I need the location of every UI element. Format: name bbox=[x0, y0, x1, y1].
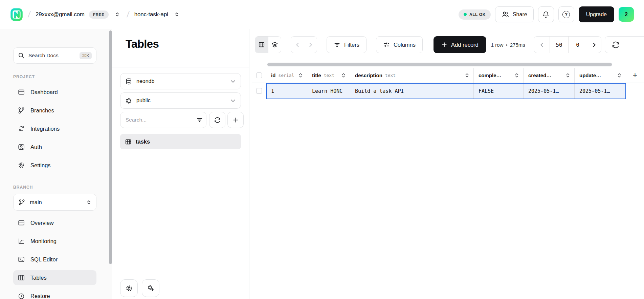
git-branch-icon bbox=[18, 107, 25, 114]
refresh-tables-button[interactable] bbox=[209, 112, 225, 128]
cell-title[interactable]: Learn HONC bbox=[307, 83, 350, 99]
column-header-created-at[interactable]: created… bbox=[524, 68, 575, 83]
share-button[interactable]: Share bbox=[495, 6, 534, 22]
forward-button[interactable] bbox=[304, 37, 317, 53]
window-icon bbox=[18, 88, 25, 96]
chevron-down-icon bbox=[230, 79, 236, 84]
select-all-checkbox[interactable] bbox=[256, 72, 262, 78]
column-header-updated-at[interactable]: update… bbox=[575, 68, 626, 83]
project-selector-chevron-icon[interactable] bbox=[173, 9, 181, 20]
sidebar-item-label: Dashboard bbox=[30, 89, 58, 95]
keyboard-shortcut-badge: ⌘K bbox=[80, 52, 92, 59]
table-icon bbox=[125, 138, 132, 145]
breadcrumb-project[interactable]: honc-task-api bbox=[134, 11, 168, 18]
sidebar-item-sql-editor[interactable]: SQL Editor bbox=[13, 252, 96, 267]
sidebar-item-dashboard[interactable]: Dashboard bbox=[13, 85, 96, 100]
page-prev-button[interactable] bbox=[534, 37, 550, 53]
sidebar-item-monitoring[interactable]: Monitoring bbox=[13, 234, 96, 249]
sidebar-item-tables[interactable]: Tables bbox=[13, 270, 96, 285]
column-name: update… bbox=[579, 72, 601, 78]
sidebar-item-restore[interactable]: Restore bbox=[13, 289, 96, 299]
cell-id[interactable]: 1 bbox=[266, 83, 307, 99]
search-icon bbox=[18, 52, 25, 59]
schema-icon bbox=[125, 97, 132, 104]
sort-icon[interactable] bbox=[565, 73, 571, 78]
layers-view-button[interactable] bbox=[268, 37, 281, 53]
add-table-button[interactable] bbox=[227, 112, 244, 128]
schema-selector-value: public bbox=[136, 98, 151, 104]
cell-created-at[interactable]: 2025-05-1… bbox=[524, 83, 575, 99]
page-offset-field[interactable]: 0 bbox=[568, 37, 587, 53]
gear-icon bbox=[125, 284, 133, 292]
share-label: Share bbox=[513, 12, 527, 18]
cell-completed[interactable]: FALSE bbox=[474, 83, 524, 99]
help-button[interactable]: ? bbox=[558, 6, 574, 22]
sidebar-item-label: Settings bbox=[30, 162, 51, 169]
schema-selector[interactable]: public bbox=[120, 92, 241, 109]
status-dot-icon bbox=[464, 13, 467, 16]
table-list-item-tasks[interactable]: tasks bbox=[120, 134, 241, 149]
cell-updated-at[interactable]: 2025-05-1… bbox=[575, 83, 626, 99]
table-search-input[interactable] bbox=[120, 112, 206, 128]
chevron-right-icon bbox=[591, 42, 597, 48]
columns-button[interactable]: Columns bbox=[376, 36, 423, 53]
top-bar: / 29xxxx@gmail.com FREE / honc-task-api … bbox=[0, 0, 644, 29]
tables-panel: Tables neondb public tasks bbox=[112, 29, 249, 299]
horizontal-scrollbar[interactable] bbox=[267, 63, 612, 66]
sidebar-item-integrations[interactable]: Integrations bbox=[13, 121, 96, 136]
page-next-button[interactable] bbox=[587, 37, 601, 53]
sidebar-item-overview[interactable]: Overview bbox=[13, 215, 96, 230]
chevron-down-icon bbox=[230, 98, 236, 104]
sort-icon[interactable] bbox=[298, 73, 303, 78]
sidebar-item-label: SQL Editor bbox=[30, 256, 58, 263]
layers-icon bbox=[271, 41, 278, 48]
column-type: text bbox=[385, 73, 396, 78]
filter-icon[interactable] bbox=[196, 116, 203, 123]
status-badge[interactable]: ALL OK bbox=[459, 9, 491, 20]
sidebar-scrollbar[interactable] bbox=[109, 30, 112, 264]
select-all-cell bbox=[252, 68, 266, 83]
sidebar-item-settings[interactable]: Settings bbox=[13, 158, 96, 173]
header-actions: ALL OK Share ? Upgrade 2 bbox=[459, 6, 634, 22]
account-selector-chevron-icon[interactable] bbox=[113, 9, 122, 20]
branch-selector-value: main bbox=[30, 199, 42, 206]
breadcrumb-account[interactable]: 29xxxx@gmail.com bbox=[36, 11, 85, 18]
row-checkbox[interactable] bbox=[256, 88, 262, 94]
page-size-field[interactable]: 50 bbox=[550, 37, 568, 53]
upgrade-button[interactable]: Upgrade bbox=[579, 6, 614, 22]
table-settings-button[interactable] bbox=[120, 279, 138, 297]
search-docs-button[interactable]: Search Docs ⌘K bbox=[13, 47, 96, 64]
sort-icon[interactable] bbox=[341, 73, 346, 78]
search-docs-label: Search Docs bbox=[28, 52, 59, 59]
column-header-id[interactable]: id serial bbox=[266, 68, 307, 83]
neon-logo[interactable] bbox=[10, 8, 23, 21]
add-record-button[interactable]: Add record bbox=[434, 36, 486, 53]
back-button[interactable] bbox=[291, 37, 304, 53]
branch-selector[interactable]: main bbox=[13, 194, 96, 211]
left-sidebar: Search Docs ⌘K PROJECT Dashboard Branche… bbox=[0, 29, 112, 299]
pagination-control: 50 0 bbox=[534, 36, 601, 53]
terminal-icon bbox=[18, 256, 25, 263]
chevron-right-icon bbox=[308, 42, 313, 48]
column-header-title[interactable]: title text bbox=[307, 68, 350, 83]
database-icon bbox=[125, 78, 132, 85]
notifications-button[interactable] bbox=[538, 6, 554, 22]
filters-button[interactable]: Filters bbox=[327, 36, 367, 53]
sort-icon[interactable] bbox=[464, 73, 470, 78]
cell-description[interactable]: Build a task API bbox=[350, 83, 474, 99]
database-selector[interactable]: neondb bbox=[120, 73, 241, 89]
column-header-description[interactable]: description text bbox=[350, 68, 474, 83]
export-schema-button[interactable] bbox=[142, 279, 159, 297]
sort-icon[interactable] bbox=[617, 73, 622, 78]
add-column-button[interactable]: + bbox=[626, 68, 644, 83]
sidebar-item-branches[interactable]: Branches bbox=[13, 103, 96, 118]
credits-badge[interactable]: 2 bbox=[619, 7, 634, 22]
refresh-data-button[interactable] bbox=[605, 36, 644, 53]
data-grid: id serial title text description text co… bbox=[252, 68, 644, 99]
sidebar-item-auth[interactable]: Auth bbox=[13, 140, 96, 154]
sidebar-item-label: Monitoring bbox=[30, 238, 57, 244]
grid-view-button[interactable] bbox=[255, 37, 268, 53]
column-name: id bbox=[271, 72, 275, 78]
sort-icon[interactable] bbox=[514, 73, 519, 78]
column-header-completed[interactable]: comple… bbox=[474, 68, 524, 83]
